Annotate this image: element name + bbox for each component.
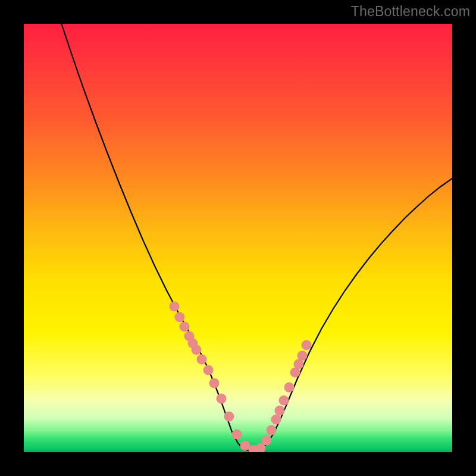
plot-area	[24, 24, 452, 452]
sample-dot	[275, 406, 285, 416]
dots-layer	[24, 24, 452, 452]
sample-dot	[284, 383, 295, 393]
sample-dot	[298, 351, 308, 361]
sample-dot	[232, 430, 242, 440]
watermark-text: TheBottleneck.com	[351, 4, 470, 20]
sample-dot	[197, 355, 207, 365]
sample-dot	[279, 396, 289, 406]
sample-dot	[170, 302, 180, 312]
sample-dot	[175, 312, 185, 322]
sample-dot	[267, 425, 277, 436]
chart-root: TheBottleneck.com	[0, 0, 476, 476]
sample-dot	[224, 412, 234, 422]
sample-dot	[180, 322, 190, 332]
sample-dot	[217, 394, 227, 404]
sample-dot	[192, 345, 202, 355]
sample-dots	[170, 302, 312, 453]
sample-dot	[271, 415, 281, 425]
sample-dot	[209, 378, 220, 389]
sample-dot	[302, 340, 312, 350]
sample-dot	[262, 436, 272, 446]
sample-dot	[203, 365, 214, 375]
